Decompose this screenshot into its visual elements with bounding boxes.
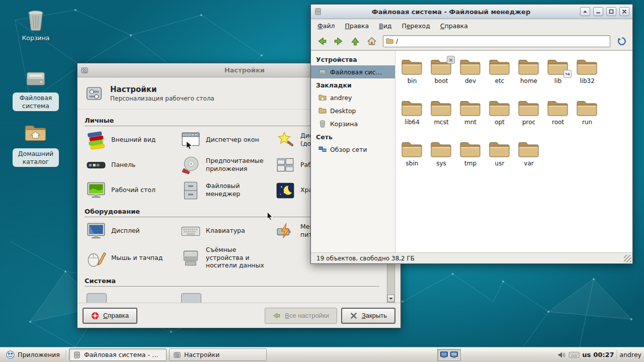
help-button[interactable]: Справка bbox=[83, 308, 137, 324]
folder-icon bbox=[459, 57, 482, 77]
folder-icon bbox=[576, 57, 599, 77]
folder-item[interactable]: var bbox=[514, 139, 543, 179]
keyboard-indicator-icon[interactable] bbox=[569, 351, 580, 359]
folder-item[interactable]: home bbox=[514, 57, 543, 97]
maximize-button[interactable] bbox=[606, 7, 616, 16]
folder-name: lib32 bbox=[580, 77, 595, 84]
folder-icon bbox=[488, 98, 511, 118]
menu-file[interactable]: Файл bbox=[313, 20, 340, 32]
user-menu[interactable]: andrey bbox=[620, 351, 641, 358]
folder-item[interactable]: etc bbox=[485, 57, 514, 97]
folder-item[interactable]: mcst bbox=[427, 98, 456, 138]
folder-item[interactable]: dev bbox=[456, 57, 485, 97]
desktop-icon-trash[interactable]: Корзина bbox=[13, 8, 59, 42]
home-button[interactable] bbox=[364, 34, 379, 48]
folder-name: sbin bbox=[406, 160, 419, 167]
settings-item-removable-media[interactable]: Съёмные устройства и носители данных bbox=[179, 243, 274, 272]
sidebar-item-label: Desktop bbox=[330, 107, 356, 115]
file-grid: bin × boot dev bbox=[395, 51, 632, 252]
close-window-button[interactable] bbox=[619, 7, 629, 16]
folder-item[interactable]: lib64 bbox=[397, 98, 427, 138]
settings-item-desktop[interactable]: Рабочий стол bbox=[85, 177, 179, 203]
cd-disc-icon bbox=[180, 155, 201, 175]
folder-name: home bbox=[520, 77, 537, 84]
sidebar-item-filesystem[interactable]: Файловая сис… bbox=[311, 65, 395, 78]
settings-item-keyboard[interactable]: Клавиатура bbox=[179, 218, 274, 243]
settings-item-mouse[interactable]: Мышь и тачпад bbox=[85, 243, 179, 272]
folder-item[interactable]: tmp bbox=[456, 139, 485, 179]
back-button[interactable] bbox=[314, 34, 329, 48]
folder-item[interactable]: opt bbox=[485, 98, 514, 138]
settings-item-file-manager[interactable]: Файловый менеджер bbox=[179, 177, 274, 203]
minimize-button[interactable] bbox=[593, 7, 603, 16]
desktop-icon-filesystem[interactable]: Файловая система bbox=[13, 66, 59, 111]
file-manager-app-icon bbox=[314, 8, 322, 16]
display-icon bbox=[86, 221, 107, 241]
resize-grip[interactable] bbox=[624, 255, 631, 262]
menu-edit[interactable]: Правка bbox=[341, 20, 374, 32]
folder-item[interactable]: root bbox=[543, 98, 573, 138]
settings-item-appearance[interactable]: Внешний вид bbox=[85, 127, 179, 152]
folder-name: bin bbox=[408, 77, 417, 84]
close-x-icon bbox=[350, 312, 358, 320]
folder-item[interactable]: run bbox=[573, 98, 602, 138]
applications-menu-button[interactable]: Приложения bbox=[3, 348, 63, 361]
fm-statusbar: 19 объектов, свободно 38,2 ГБ bbox=[311, 252, 632, 263]
settings-item-preferred-applications[interactable]: Предпочитаемые приложения bbox=[179, 152, 274, 177]
folder-item[interactable]: lib32 bbox=[573, 57, 602, 97]
folder-emblem-icon: × bbox=[447, 56, 455, 64]
shade-button[interactable] bbox=[580, 7, 590, 16]
folder-item[interactable]: proc bbox=[514, 98, 543, 138]
section-system: Система bbox=[85, 275, 379, 287]
folder-name: lib bbox=[554, 77, 561, 84]
all-settings-button[interactable]: Все настройки bbox=[265, 308, 337, 324]
mouse-pen-icon bbox=[86, 247, 107, 267]
settings-item-panel[interactable]: Панель bbox=[85, 152, 179, 177]
folder-item[interactable]: bin bbox=[397, 57, 427, 97]
folder-name: var bbox=[524, 160, 533, 167]
sidebar-item-home[interactable]: andrey bbox=[311, 91, 395, 104]
workspaces-icon bbox=[275, 155, 296, 175]
folder-item[interactable]: sbin bbox=[397, 139, 427, 179]
settings-item-partial[interactable] bbox=[179, 288, 274, 303]
folder-item[interactable]: sys bbox=[427, 139, 456, 179]
folder-icon: ↪ bbox=[546, 57, 570, 77]
partial-icon bbox=[87, 293, 107, 303]
removable-drive-icon bbox=[180, 247, 201, 267]
clock[interactable]: 00:27 bbox=[593, 351, 614, 358]
tray-display-icon[interactable] bbox=[450, 350, 458, 359]
appearance-icon bbox=[86, 130, 107, 150]
folder-item[interactable]: mnt bbox=[456, 98, 485, 138]
sidebar-item-label: Обзор сети bbox=[330, 146, 367, 153]
folder-item[interactable]: ↪ lib bbox=[543, 57, 573, 97]
sidebar-item-trash[interactable]: Корзина bbox=[311, 117, 395, 130]
settings-item-window-manager[interactable]: Диспетчер окон bbox=[179, 127, 274, 152]
folder-icon bbox=[430, 98, 453, 118]
menu-view[interactable]: Вид bbox=[374, 20, 396, 32]
forward-button[interactable] bbox=[331, 34, 346, 48]
desktop-icon-home[interactable]: Домашний каталог bbox=[13, 122, 59, 167]
refresh-button[interactable] bbox=[614, 34, 629, 48]
sidebar-item-desktop[interactable]: Desktop bbox=[311, 104, 395, 117]
file-cabinet-icon bbox=[180, 180, 201, 200]
tray-display-icon[interactable] bbox=[440, 350, 448, 359]
folder-item[interactable]: usr bbox=[485, 139, 514, 179]
task-button-file-manager[interactable]: Файловая система - Фа… bbox=[69, 348, 167, 361]
sidebar-item-network[interactable]: Обзор сети bbox=[311, 143, 395, 156]
path-entry[interactable]: / bbox=[383, 35, 610, 47]
task-button-settings[interactable]: Настройки bbox=[169, 348, 267, 361]
up-button[interactable] bbox=[348, 34, 362, 48]
scroll-down-arrow[interactable] bbox=[387, 295, 394, 302]
fm-titlebar[interactable]: Файловая система - Файловый менеджер bbox=[311, 5, 632, 19]
settings-item-partial[interactable] bbox=[85, 288, 179, 303]
folder-item[interactable]: × boot bbox=[427, 57, 456, 97]
folder-icon bbox=[400, 139, 424, 159]
menu-help[interactable]: Справка bbox=[436, 20, 472, 32]
close-button[interactable]: Закрыть bbox=[341, 308, 395, 324]
keyboard-layout-indicator[interactable]: us bbox=[582, 351, 591, 358]
home-folder-icon bbox=[318, 94, 327, 102]
settings-item-display[interactable]: Дисплей bbox=[85, 218, 179, 243]
volume-icon[interactable] bbox=[557, 350, 566, 359]
desktop-icon-label: Корзина bbox=[22, 34, 49, 42]
menu-go[interactable]: Переход bbox=[397, 20, 434, 32]
